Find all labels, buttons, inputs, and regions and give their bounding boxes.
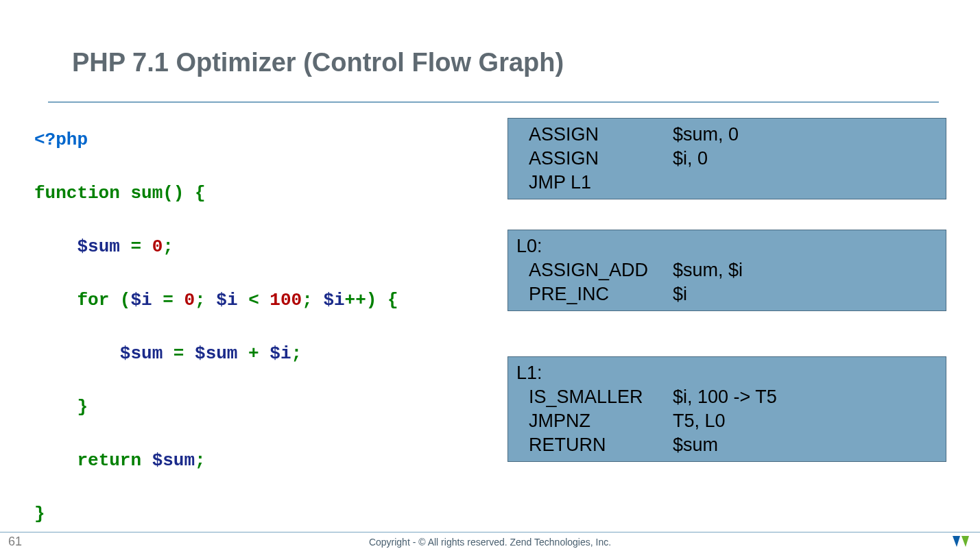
op-row: PRE_INC $i [508, 282, 946, 306]
slide: PHP 7.1 Optimizer (Control Flow Graph) <… [0, 0, 980, 551]
code-l2-rest: () { [163, 183, 205, 204]
op-row: ASSIGN $i, 0 [508, 147, 946, 171]
op-args [673, 171, 946, 195]
code-brace-close-outer: } [34, 504, 45, 524]
op-row: JMPNZ T5, L0 [508, 409, 946, 433]
block-label: L0: [508, 234, 946, 258]
svg-marker-0 [953, 536, 960, 547]
footer: 61 Copyright - © All rights reserved. Ze… [0, 532, 980, 551]
op-args: $i [673, 282, 946, 306]
op-row: ASSIGN $sum, 0 [508, 123, 946, 147]
code-fn-name: sum [120, 183, 163, 204]
opcode-block-1: ASSIGN $sum, 0 ASSIGN $i, 0 JMP L1 [507, 118, 946, 199]
opcode-block-3: L1: IS_SMALLER $i, 100 -> T5 JMPNZ T5, L… [507, 356, 946, 462]
op-name: RETURN [508, 433, 673, 457]
slide-title: PHP 7.1 Optimizer (Control Flow Graph) [72, 48, 564, 77]
op-args: $i, 0 [673, 147, 946, 171]
op-args: $sum, 0 [673, 123, 946, 147]
op-name: ASSIGN [508, 123, 673, 147]
op-name: ASSIGN_ADD [508, 258, 673, 282]
op-args: $sum, $i [673, 258, 946, 282]
op-row: IS_SMALLER $i, 100 -> T5 [508, 385, 946, 409]
title-underline [48, 101, 939, 103]
op-name: PRE_INC [508, 282, 673, 306]
code-var-sum: $sum [77, 236, 119, 257]
code-kw-for: for [77, 290, 109, 310]
op-name: JMP L1 [508, 171, 673, 195]
code-brace-close-inner: } [77, 397, 88, 417]
op-row: RETURN $sum [508, 433, 946, 457]
op-name: JMPNZ [508, 409, 673, 433]
svg-marker-1 [961, 536, 969, 547]
page-number: 61 [8, 535, 22, 549]
op-row: ASSIGN_ADD $sum, $i [508, 258, 946, 282]
block-label: L1: [508, 361, 946, 385]
op-name: ASSIGN [508, 147, 673, 171]
zend-logo-icon [951, 534, 970, 549]
code-line-1: <?php [34, 130, 88, 150]
code-kw-function: function [34, 183, 120, 204]
op-args: T5, L0 [673, 409, 946, 433]
op-row: JMP L1 [508, 171, 946, 195]
php-code-block: <?php function sum() { $sum = 0; for ($i… [34, 127, 473, 528]
code-kw-return: return [77, 450, 141, 471]
op-args: $i, 100 -> T5 [673, 385, 946, 409]
copyright-text: Copyright - © All rights reserved. Zend … [0, 537, 980, 548]
op-name: IS_SMALLER [508, 385, 673, 409]
opcode-block-2: L0: ASSIGN_ADD $sum, $i PRE_INC $i [507, 230, 946, 311]
op-args: $sum [673, 433, 946, 457]
